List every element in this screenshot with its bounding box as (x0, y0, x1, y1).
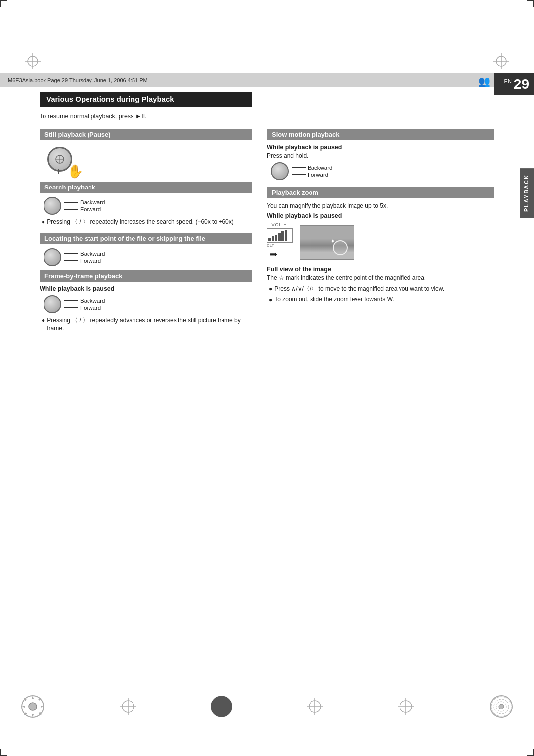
search-joystick (44, 197, 61, 215)
bottom-right-gear (489, 694, 514, 719)
slow-joystick-area: Backward Forward (271, 162, 494, 180)
corner-mark-br (527, 749, 534, 756)
playback-zoom-desc: You can magnify the playback image up to… (267, 202, 494, 209)
search-forward-line: Forward (64, 206, 105, 212)
still-playback-icon-area: ✋ (44, 144, 252, 177)
search-bullet-text: Pressing 〈 / 〉 repeatedly increases the … (47, 218, 234, 226)
bottom-right-reg-mark (398, 698, 414, 715)
frame-bullet-dot: ● (42, 317, 45, 331)
search-playback-header: Search playback (40, 182, 252, 193)
image-bg: ✦ (300, 226, 354, 259)
zoom-bullet2-text: To zoom out, slide the zoom lever toward… (274, 296, 394, 303)
two-col-layout: Still playback (Pause) ✋ Search playback (40, 125, 494, 334)
page-title: Various Operations during Playback (40, 92, 252, 107)
zoom-arrow-icon: ➡ (270, 249, 293, 260)
slow-motion-header: Slow motion playback (267, 129, 494, 140)
frame-backward-bar (64, 300, 78, 301)
slow-backward-line: Backward (292, 165, 333, 171)
main-content: Various Operations during Playback To re… (40, 92, 494, 334)
frame-joystick-lines: Backward Forward (64, 298, 105, 311)
page-number: 29 (514, 77, 529, 91)
vol-bar-4 (278, 233, 281, 241)
vol-bar-3 (275, 235, 277, 241)
corner-mark-tr (527, 0, 534, 7)
slow-sub-label: While playback is paused (267, 144, 494, 151)
zoom-bullet1-dot: ● (269, 285, 272, 293)
zoom-bullet2: ● To zoom out, slide the zoom lever towa… (269, 296, 494, 303)
bottom-center-reg-mark (307, 698, 323, 715)
frame-joystick-area: Backward Forward (44, 295, 252, 313)
center-mark-icon: ✦ (330, 238, 335, 245)
locating-backward-label: Backward (80, 251, 105, 257)
still-inner-icon (55, 154, 65, 164)
slow-backward-bar (292, 167, 306, 168)
slow-joystick (271, 162, 289, 180)
zoom-bullet1: ● Press ∧/∨/〈/〉 to move to the magnified… (269, 285, 494, 293)
slow-forward-label: Forward (308, 172, 328, 178)
vol-label: – VOL + (267, 222, 293, 227)
corner-mark-bl (0, 749, 7, 756)
frame-joystick (44, 295, 61, 313)
slow-backward-label: Backward (308, 165, 333, 171)
full-view-header: Full view of the image (267, 266, 494, 273)
vol-bar-6 (285, 230, 287, 241)
locating-forward-line: Forward (64, 258, 105, 264)
zoom-bullet2-dot: ● (269, 296, 272, 303)
slow-forward-bar (292, 174, 306, 175)
left-column: Still playback (Pause) ✋ Search playback (40, 125, 252, 334)
file-info: M6E3Asia.book Page 29 Thursday, June 1, … (8, 77, 148, 83)
search-backward-bar (64, 202, 78, 203)
bottom-dark-circle (211, 696, 232, 717)
svg-point-10 (29, 703, 37, 710)
locating-backward-line: Backward (64, 251, 105, 257)
frame-bullet: ● Pressing 〈 / 〉 repeatedly advances or … (42, 316, 252, 331)
vol-bar-1 (268, 238, 271, 241)
search-backward-label: Backward (80, 199, 105, 205)
slow-forward-line: Forward (292, 172, 333, 178)
search-backward-line: Backward (64, 199, 105, 205)
slow-joystick-lines: Backward Forward (292, 165, 333, 178)
full-view-desc: The ☆ mark indicates the centre point of… (267, 274, 494, 281)
magnify-circle: ✦ (333, 240, 348, 255)
magnified-image: ✦ (300, 225, 354, 260)
vol-bar-2 (272, 236, 274, 241)
search-bullet: ● Pressing 〈 / 〉 repeatedly increases th… (42, 218, 252, 226)
search-forward-label: Forward (80, 206, 101, 212)
vol-slider-area: – VOL + CLT ➡ (267, 222, 293, 260)
frame-sub-label: While playback is paused (40, 285, 252, 292)
playback-tab: PLAYBACK (520, 168, 534, 218)
frame-forward-label: Forward (80, 305, 101, 311)
clt-label: CLT (267, 243, 293, 248)
vol-bar-container (267, 228, 293, 243)
search-joystick-area: Backward Forward (44, 197, 252, 215)
playback-zoom-header: Playback zoom (267, 187, 494, 198)
locating-joystick-lines: Backward Forward (64, 251, 105, 264)
search-joystick-lines: Backward Forward (64, 199, 105, 212)
locating-joystick (44, 248, 61, 266)
search-forward-bar (64, 209, 78, 210)
full-view-desc-text: The ☆ mark indicates the centre point of… (267, 274, 426, 281)
right-column: Slow motion playback While playback is p… (267, 125, 494, 334)
locating-forward-bar (64, 260, 78, 261)
locating-header: Locating the start point of the file or … (40, 233, 252, 244)
zoom-sub-label: While playback is paused (267, 212, 494, 219)
intro-text: To resume normal playback, press ►II. (40, 113, 494, 120)
locating-forward-label: Forward (80, 258, 101, 264)
zoom-bullet1-text: Press ∧/∨/〈/〉 to move to the magnified a… (274, 285, 444, 293)
search-bullet-dot: ● (42, 218, 45, 226)
reg-mark-tl (25, 53, 41, 69)
header-bar: M6E3Asia.book Page 29 Thursday, June 1, … (0, 73, 534, 87)
page-number-box: EN 29 (494, 73, 534, 95)
corner-mark-tl (0, 0, 7, 7)
zoom-controls-row: – VOL + CLT ➡ (267, 222, 494, 263)
frame-forward-line: Forward (64, 305, 105, 311)
frame-backward-label: Backward (80, 298, 105, 304)
camera-icon: 👥 (478, 75, 490, 87)
locating-header-text: Locating the start point of the file or … (44, 235, 205, 242)
reg-mark-tr (493, 53, 509, 69)
vol-bar-5 (281, 231, 284, 241)
frame-bullet-text: Pressing 〈 / 〉 repeatedly advances or re… (47, 316, 252, 331)
frame-by-frame-header: Frame-by-frame playback (40, 270, 252, 282)
still-joystick-icon (47, 147, 72, 172)
bottom-area (0, 687, 534, 726)
